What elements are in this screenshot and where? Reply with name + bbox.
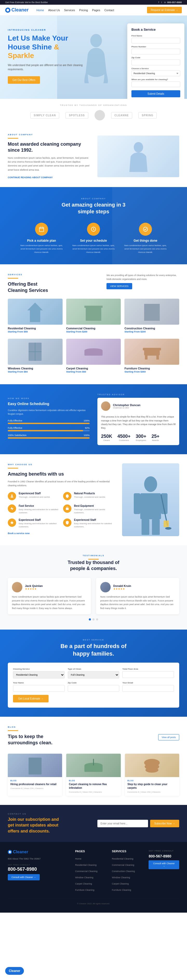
service-img-2 bbox=[66, 299, 121, 325]
testimonials-section: TESTIMONIALS Trusted by thousand ofpeopl… bbox=[0, 545, 187, 630]
benefit-5: Experienced Staff Easy cleaning and extr… bbox=[8, 519, 59, 528]
benefits-yellow-bar bbox=[8, 468, 18, 469]
benefit-4-desc: Thorough, considered and careful custome… bbox=[74, 508, 114, 514]
stat-cleans-num: 250K bbox=[101, 434, 112, 439]
social-twitter[interactable]: t bbox=[161, 1, 162, 4]
happy-email-input[interactable] bbox=[122, 685, 174, 692]
footer-logo: Cleaner bbox=[8, 850, 69, 854]
svg-point-1 bbox=[90, 34, 102, 47]
blog-view-all-button[interactable]: View all posts bbox=[158, 734, 179, 740]
happy-name-group: Your Name bbox=[13, 682, 65, 692]
tc-2-rating: ★★★★★ bbox=[113, 587, 131, 590]
happy-type-clean-label: Type of Clean bbox=[68, 668, 119, 670]
svg-rect-23 bbox=[145, 356, 147, 360]
blog-1-tag: BLOG bbox=[10, 780, 59, 781]
social-facebook[interactable]: f bbox=[158, 1, 159, 4]
booking-service-select[interactable]: Residential Cleaning bbox=[132, 70, 180, 76]
service-img-5 bbox=[66, 339, 121, 365]
subscribe-button[interactable]: Subscribe Now → bbox=[150, 820, 179, 827]
testimonial-box: Christopher Duncan Chairman & CEO This p… bbox=[97, 398, 179, 445]
social-instagram[interactable]: in bbox=[164, 1, 166, 4]
footer-slink-commercial[interactable]: Commercial Cleaning bbox=[112, 864, 134, 866]
nav-cta-button[interactable]: Request an Estimate → bbox=[147, 7, 182, 13]
benefit-6-title: Experienced Staff bbox=[74, 519, 114, 521]
steps-title: Get amazing cleaning in 3simple steps bbox=[8, 201, 179, 215]
leaf-icon bbox=[65, 494, 69, 498]
blog-img-2-svg bbox=[84, 759, 103, 772]
happy-name-input[interactable] bbox=[13, 685, 65, 692]
booking-zip-group: Zip Code bbox=[132, 56, 180, 65]
happy-tag: BEST SERVICE bbox=[8, 639, 179, 641]
footer-link-home[interactable]: Home bbox=[75, 858, 81, 860]
booking-schedule-input[interactable] bbox=[132, 81, 180, 87]
booking-zip-input[interactable] bbox=[132, 60, 180, 65]
nav-about[interactable]: About Us bbox=[48, 9, 60, 12]
nav-pages[interactable]: Pages bbox=[92, 9, 100, 12]
service-img-4-svg bbox=[27, 341, 43, 362]
svg-rect-33 bbox=[141, 519, 149, 535]
happy-cleaning-service-select[interactable]: Residential Cleaning bbox=[13, 671, 65, 678]
happy-floor-area-input[interactable] bbox=[122, 671, 174, 678]
nav-services[interactable]: Services bbox=[64, 9, 75, 12]
dot-2[interactable] bbox=[92, 618, 95, 620]
why-left-tag: HOW WE WORK bbox=[8, 397, 90, 399]
booking-submit-button[interactable]: Submit Details bbox=[132, 90, 180, 97]
service-4-name: Windows Cleaning bbox=[8, 367, 63, 370]
about-image-svg bbox=[128, 141, 149, 172]
dot-3[interactable] bbox=[96, 618, 98, 620]
svg-rect-9 bbox=[30, 309, 40, 322]
footer-slink-window[interactable]: Window Cleaning bbox=[112, 876, 130, 879]
svg-point-20 bbox=[84, 348, 103, 353]
booking-form: Book a Service First Name Phone Number Z… bbox=[127, 24, 184, 99]
top-bar: Get Free Estimate We're the Best Builder… bbox=[0, 0, 187, 5]
hero-cta-button[interactable]: Get Our Best Offers bbox=[8, 76, 40, 84]
booking-phone-input[interactable] bbox=[132, 49, 180, 54]
booking-phone-label: Phone Number bbox=[132, 46, 180, 48]
blog-3-title: Step by step guide to clean your carpets bbox=[128, 783, 177, 790]
happy-type-clean-group: Type of Clean Full Cleaning bbox=[68, 668, 119, 678]
footer-link-carpet[interactable]: Carpet Cleaning bbox=[75, 883, 92, 885]
service-img-6 bbox=[124, 339, 179, 365]
brand-spring: SPRING bbox=[138, 112, 157, 119]
footer-slink-furniture[interactable]: Furniture Cleaning bbox=[112, 889, 131, 891]
blog-2-meta: Comments 8 | Views 234 | Cleaners bbox=[69, 791, 118, 793]
footer-consult-button[interactable]: Consult with Cleaner → bbox=[149, 860, 179, 869]
footer-email-button[interactable]: Consult with Cleaner → bbox=[8, 874, 40, 880]
book-link[interactable]: Book a service now bbox=[8, 532, 30, 535]
happy-type-clean-select[interactable]: Full Cleaning bbox=[68, 671, 119, 678]
benefit-4: Best Equipment Thorough, considered and … bbox=[63, 504, 114, 514]
happy-zip-input[interactable] bbox=[68, 685, 119, 692]
about-link[interactable]: CONTINUE READING ABOUT COMPANY bbox=[8, 176, 53, 179]
footer-slink-construction[interactable]: Construction Cleaning bbox=[112, 870, 135, 873]
about-yellow-bar bbox=[8, 138, 18, 138]
nav-home[interactable]: Home bbox=[36, 9, 44, 12]
blog-header: BLOG Tips to keep thesurroundings clean.… bbox=[8, 726, 179, 748]
happy-form-row-1: Cleaning Service Residential Cleaning Ty… bbox=[13, 668, 174, 678]
nav-pricing[interactable]: Pricing bbox=[79, 9, 88, 12]
progress-3-pct: 100% bbox=[84, 434, 90, 436]
footer-link-window[interactable]: Window Cleaning bbox=[75, 876, 93, 879]
footer-link-commercial[interactable]: Commercial Cleaning bbox=[75, 870, 97, 873]
dot-1[interactable] bbox=[89, 618, 91, 620]
svg-rect-13 bbox=[144, 304, 160, 321]
svg-rect-30 bbox=[140, 493, 161, 519]
service-commercial: Commercial Cleaning Starting From $200 bbox=[66, 299, 121, 335]
booking-firstname-input[interactable] bbox=[132, 38, 180, 43]
testimonials-title: Trusted by thousand ofpeople & companies… bbox=[8, 560, 179, 572]
blog-3-meta: Comments 8 | Views 234 | Cleaners bbox=[128, 791, 177, 793]
footer-link-furniture[interactable]: Furniture Cleaning bbox=[75, 889, 94, 891]
about-title: Most awarded cleaning company since 1992… bbox=[8, 141, 90, 153]
footer-slink-residential[interactable]: Residential Cleaning bbox=[112, 858, 133, 860]
subscribe-email-input[interactable] bbox=[97, 820, 148, 827]
footer-link-residential[interactable]: Residential Cleaning bbox=[75, 864, 97, 866]
tc-2-info: Donald Kruin ★★★★★ bbox=[113, 584, 131, 590]
footer-logo-text: Cleaner bbox=[13, 850, 28, 854]
happy-submit-button[interactable]: Get Local Estimate → bbox=[13, 695, 49, 702]
step-1-icon bbox=[35, 223, 48, 236]
nav-contact[interactable]: Contact bbox=[105, 9, 114, 12]
why-right-tag: TRUSTED ADVISOR bbox=[97, 393, 179, 396]
services-view-button[interactable]: VIEW SERVICES bbox=[106, 283, 132, 289]
svg-point-2 bbox=[134, 142, 143, 153]
service-6-price: Starting From $350 bbox=[124, 371, 179, 373]
footer-slink-carpet[interactable]: Carpet Cleaning bbox=[112, 883, 129, 885]
